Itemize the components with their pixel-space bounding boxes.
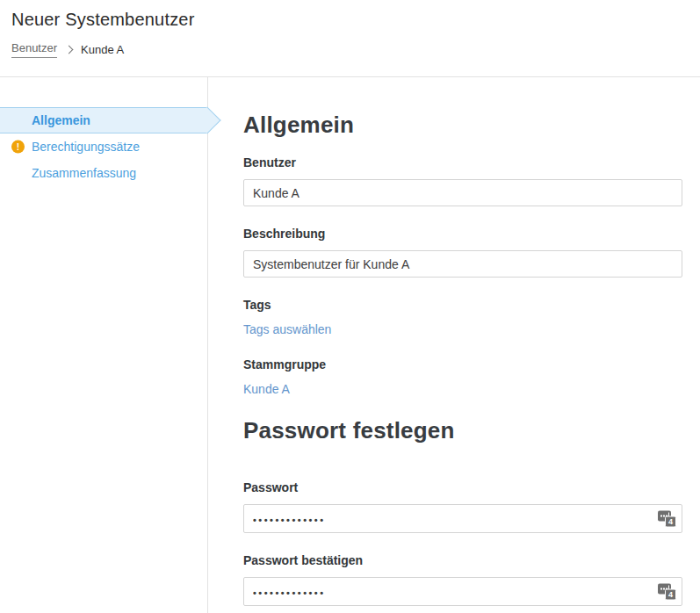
passwort-bestaetigen-field: Passwort bestätigen 4: [243, 553, 682, 606]
stammgruppe-field: Stammgruppe Kunde A: [243, 357, 682, 397]
warning-icon: !: [11, 141, 25, 154]
passwort-input-wrap: 4: [243, 504, 682, 533]
stammgruppe-link[interactable]: Kunde A: [243, 382, 290, 397]
wizard-steps-sidebar: Allgemein ! Berechtigungssätze Zusammenf…: [0, 77, 208, 613]
passwort-bestaetigen-input-wrap: 4: [243, 577, 682, 606]
page-body: Allgemein ! Berechtigungssätze Zusammenf…: [0, 77, 700, 613]
chevron-right-icon: [65, 46, 74, 54]
password-count-badge: 4: [665, 588, 676, 600]
beschreibung-label: Beschreibung: [243, 227, 682, 241]
tags-auswaehlen-link[interactable]: Tags auswählen: [243, 322, 331, 337]
passwort-bestaetigen-input[interactable]: [243, 577, 682, 606]
tags-label: Tags: [243, 298, 682, 312]
sidebar-item-label: Zusammenfassung: [32, 166, 136, 180]
beschreibung-input[interactable]: [243, 250, 682, 278]
breadcrumb-current: Kunde A: [81, 43, 124, 56]
breadcrumb-benutzer-link[interactable]: Benutzer: [11, 41, 57, 58]
benutzer-input[interactable]: [243, 179, 682, 206]
page-header: Neuer Systembenutzer Benutzer Kunde A: [0, 0, 700, 77]
page-title: Neuer Systembenutzer: [11, 10, 700, 30]
sidebar-item-berechtigungssaetze[interactable]: ! Berechtigungssätze: [0, 133, 207, 160]
benutzer-label: Benutzer: [243, 155, 682, 169]
beschreibung-field: Beschreibung: [243, 227, 682, 278]
benutzer-field: Benutzer: [243, 155, 682, 206]
new-system-user-page: Neuer Systembenutzer Benutzer Kunde A Al…: [0, 0, 700, 613]
form-content: Allgemein Benutzer Beschreibung Tags Tag…: [208, 77, 700, 613]
section-heading-allgemein: Allgemein: [243, 112, 700, 138]
tags-field: Tags Tags auswählen: [243, 298, 682, 337]
breadcrumb: Benutzer Kunde A: [11, 41, 700, 58]
passwort-field: Passwort 4: [243, 480, 682, 533]
section-heading-passwort: Passwort festlegen: [243, 417, 700, 444]
passwort-bestaetigen-label: Passwort bestätigen: [243, 553, 682, 567]
sidebar-item-label: Allgemein: [32, 113, 90, 127]
passwort-input[interactable]: [243, 504, 682, 533]
sidebar-item-zusammenfassung[interactable]: Zusammenfassung: [0, 160, 207, 186]
password-reveal-count-icon[interactable]: 4: [658, 510, 676, 527]
password-count-badge: 4: [665, 516, 676, 527]
password-reveal-count-icon[interactable]: 4: [658, 583, 676, 600]
sidebar-item-label: Berechtigungssätze: [32, 140, 140, 154]
stammgruppe-label: Stammgruppe: [243, 357, 682, 371]
sidebar-item-allgemein[interactable]: Allgemein: [0, 107, 207, 133]
passwort-label: Passwort: [243, 480, 682, 494]
